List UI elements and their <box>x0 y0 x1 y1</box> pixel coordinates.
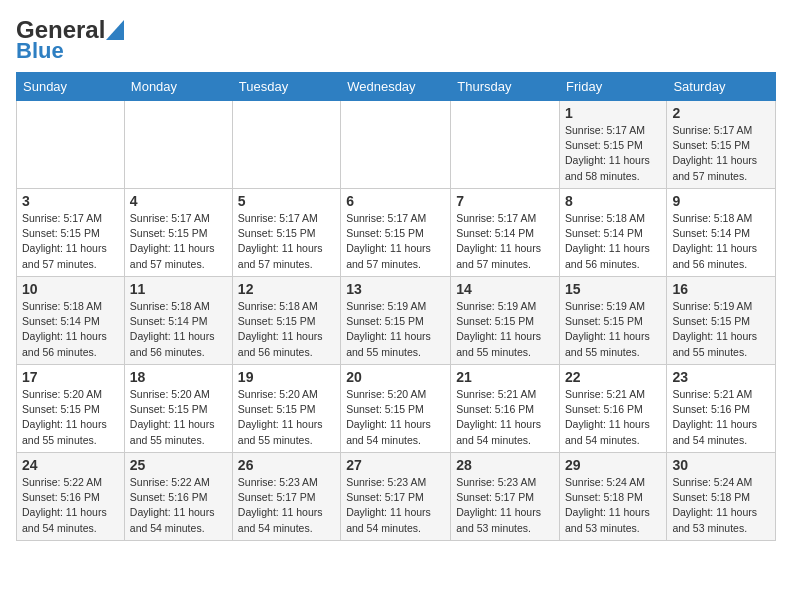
day-info: Sunrise: 5:18 AMSunset: 5:14 PMDaylight:… <box>565 211 661 272</box>
day-number: 5 <box>238 193 335 209</box>
week-row-2: 3Sunrise: 5:17 AMSunset: 5:15 PMDaylight… <box>17 189 776 277</box>
calendar-cell: 11Sunrise: 5:18 AMSunset: 5:14 PMDayligh… <box>124 277 232 365</box>
week-row-5: 24Sunrise: 5:22 AMSunset: 5:16 PMDayligh… <box>17 453 776 541</box>
calendar-cell: 21Sunrise: 5:21 AMSunset: 5:16 PMDayligh… <box>451 365 560 453</box>
calendar-cell: 18Sunrise: 5:20 AMSunset: 5:15 PMDayligh… <box>124 365 232 453</box>
day-number: 27 <box>346 457 445 473</box>
day-info: Sunrise: 5:17 AMSunset: 5:15 PMDaylight:… <box>346 211 445 272</box>
calendar-cell: 6Sunrise: 5:17 AMSunset: 5:15 PMDaylight… <box>341 189 451 277</box>
day-info: Sunrise: 5:20 AMSunset: 5:15 PMDaylight:… <box>22 387 119 448</box>
week-row-4: 17Sunrise: 5:20 AMSunset: 5:15 PMDayligh… <box>17 365 776 453</box>
calendar-cell: 16Sunrise: 5:19 AMSunset: 5:15 PMDayligh… <box>667 277 776 365</box>
day-info: Sunrise: 5:17 AMSunset: 5:15 PMDaylight:… <box>22 211 119 272</box>
logo: General Blue <box>16 16 124 64</box>
page-header: General Blue <box>16 16 776 64</box>
calendar-cell: 14Sunrise: 5:19 AMSunset: 5:15 PMDayligh… <box>451 277 560 365</box>
day-header-saturday: Saturday <box>667 73 776 101</box>
calendar-cell: 29Sunrise: 5:24 AMSunset: 5:18 PMDayligh… <box>560 453 667 541</box>
day-info: Sunrise: 5:17 AMSunset: 5:15 PMDaylight:… <box>238 211 335 272</box>
day-header-monday: Monday <box>124 73 232 101</box>
day-info: Sunrise: 5:24 AMSunset: 5:18 PMDaylight:… <box>565 475 661 536</box>
day-info: Sunrise: 5:23 AMSunset: 5:17 PMDaylight:… <box>346 475 445 536</box>
calendar-cell: 28Sunrise: 5:23 AMSunset: 5:17 PMDayligh… <box>451 453 560 541</box>
day-header-friday: Friday <box>560 73 667 101</box>
calendar-cell: 7Sunrise: 5:17 AMSunset: 5:14 PMDaylight… <box>451 189 560 277</box>
calendar-cell: 23Sunrise: 5:21 AMSunset: 5:16 PMDayligh… <box>667 365 776 453</box>
calendar-cell: 15Sunrise: 5:19 AMSunset: 5:15 PMDayligh… <box>560 277 667 365</box>
day-number: 2 <box>672 105 770 121</box>
calendar-cell <box>124 101 232 189</box>
calendar-cell: 26Sunrise: 5:23 AMSunset: 5:17 PMDayligh… <box>232 453 340 541</box>
day-info: Sunrise: 5:18 AMSunset: 5:14 PMDaylight:… <box>672 211 770 272</box>
day-info: Sunrise: 5:19 AMSunset: 5:15 PMDaylight:… <box>456 299 554 360</box>
week-row-1: 1Sunrise: 5:17 AMSunset: 5:15 PMDaylight… <box>17 101 776 189</box>
day-number: 21 <box>456 369 554 385</box>
calendar-header: SundayMondayTuesdayWednesdayThursdayFrid… <box>17 73 776 101</box>
day-info: Sunrise: 5:23 AMSunset: 5:17 PMDaylight:… <box>238 475 335 536</box>
day-number: 16 <box>672 281 770 297</box>
day-number: 3 <box>22 193 119 209</box>
day-number: 9 <box>672 193 770 209</box>
day-info: Sunrise: 5:17 AMSunset: 5:15 PMDaylight:… <box>130 211 227 272</box>
calendar-cell: 25Sunrise: 5:22 AMSunset: 5:16 PMDayligh… <box>124 453 232 541</box>
calendar-cell: 20Sunrise: 5:20 AMSunset: 5:15 PMDayligh… <box>341 365 451 453</box>
day-number: 15 <box>565 281 661 297</box>
day-info: Sunrise: 5:19 AMSunset: 5:15 PMDaylight:… <box>672 299 770 360</box>
week-row-3: 10Sunrise: 5:18 AMSunset: 5:14 PMDayligh… <box>17 277 776 365</box>
day-info: Sunrise: 5:17 AMSunset: 5:15 PMDaylight:… <box>565 123 661 184</box>
calendar-cell <box>451 101 560 189</box>
day-info: Sunrise: 5:20 AMSunset: 5:15 PMDaylight:… <box>130 387 227 448</box>
day-number: 4 <box>130 193 227 209</box>
day-info: Sunrise: 5:17 AMSunset: 5:14 PMDaylight:… <box>456 211 554 272</box>
day-info: Sunrise: 5:17 AMSunset: 5:15 PMDaylight:… <box>672 123 770 184</box>
day-number: 22 <box>565 369 661 385</box>
day-number: 26 <box>238 457 335 473</box>
day-number: 18 <box>130 369 227 385</box>
day-number: 23 <box>672 369 770 385</box>
day-number: 1 <box>565 105 661 121</box>
day-number: 30 <box>672 457 770 473</box>
day-info: Sunrise: 5:21 AMSunset: 5:16 PMDaylight:… <box>672 387 770 448</box>
calendar-cell: 19Sunrise: 5:20 AMSunset: 5:15 PMDayligh… <box>232 365 340 453</box>
day-number: 17 <box>22 369 119 385</box>
day-info: Sunrise: 5:21 AMSunset: 5:16 PMDaylight:… <box>456 387 554 448</box>
calendar-cell <box>341 101 451 189</box>
calendar-cell: 27Sunrise: 5:23 AMSunset: 5:17 PMDayligh… <box>341 453 451 541</box>
calendar-cell: 13Sunrise: 5:19 AMSunset: 5:15 PMDayligh… <box>341 277 451 365</box>
day-info: Sunrise: 5:20 AMSunset: 5:15 PMDaylight:… <box>238 387 335 448</box>
day-header-sunday: Sunday <box>17 73 125 101</box>
calendar-cell: 4Sunrise: 5:17 AMSunset: 5:15 PMDaylight… <box>124 189 232 277</box>
day-info: Sunrise: 5:18 AMSunset: 5:15 PMDaylight:… <box>238 299 335 360</box>
day-number: 11 <box>130 281 227 297</box>
calendar-cell: 5Sunrise: 5:17 AMSunset: 5:15 PMDaylight… <box>232 189 340 277</box>
day-info: Sunrise: 5:21 AMSunset: 5:16 PMDaylight:… <box>565 387 661 448</box>
day-number: 19 <box>238 369 335 385</box>
day-info: Sunrise: 5:18 AMSunset: 5:14 PMDaylight:… <box>130 299 227 360</box>
calendar-cell: 12Sunrise: 5:18 AMSunset: 5:15 PMDayligh… <box>232 277 340 365</box>
day-info: Sunrise: 5:23 AMSunset: 5:17 PMDaylight:… <box>456 475 554 536</box>
day-number: 24 <box>22 457 119 473</box>
day-number: 13 <box>346 281 445 297</box>
day-number: 12 <box>238 281 335 297</box>
calendar-cell: 9Sunrise: 5:18 AMSunset: 5:14 PMDaylight… <box>667 189 776 277</box>
day-header-tuesday: Tuesday <box>232 73 340 101</box>
calendar-cell: 1Sunrise: 5:17 AMSunset: 5:15 PMDaylight… <box>560 101 667 189</box>
day-info: Sunrise: 5:24 AMSunset: 5:18 PMDaylight:… <box>672 475 770 536</box>
calendar-cell <box>17 101 125 189</box>
calendar-table: SundayMondayTuesdayWednesdayThursdayFrid… <box>16 72 776 541</box>
day-info: Sunrise: 5:19 AMSunset: 5:15 PMDaylight:… <box>565 299 661 360</box>
svg-marker-0 <box>106 20 124 40</box>
day-info: Sunrise: 5:22 AMSunset: 5:16 PMDaylight:… <box>130 475 227 536</box>
day-header-wednesday: Wednesday <box>341 73 451 101</box>
day-number: 6 <box>346 193 445 209</box>
calendar-cell <box>232 101 340 189</box>
logo-blue: Blue <box>16 38 64 64</box>
day-number: 29 <box>565 457 661 473</box>
day-number: 20 <box>346 369 445 385</box>
day-number: 8 <box>565 193 661 209</box>
day-info: Sunrise: 5:20 AMSunset: 5:15 PMDaylight:… <box>346 387 445 448</box>
day-number: 14 <box>456 281 554 297</box>
day-number: 7 <box>456 193 554 209</box>
day-number: 10 <box>22 281 119 297</box>
day-number: 25 <box>130 457 227 473</box>
